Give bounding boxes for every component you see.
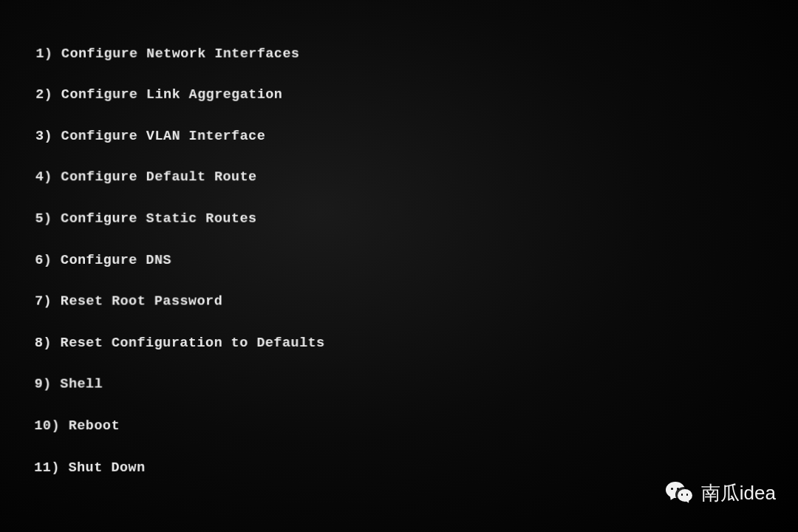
menu-item: 9) Shell [35, 378, 718, 392]
watermark-text: 南瓜idea [701, 480, 776, 506]
menu-item: 3) Configure VLAN Interface [35, 130, 717, 144]
watermark: 南瓜idea [666, 479, 776, 507]
wechat-icon [666, 479, 694, 507]
menu-item: 5) Configure Static Routes [35, 213, 717, 227]
menu-item: 10) Reboot [34, 420, 717, 434]
menu-item: 7) Reset Root Password [35, 296, 717, 310]
blank-line [34, 503, 718, 516]
console-terminal[interactable]: 1) Configure Network Interfaces 2) Confi… [30, 20, 722, 532]
menu-item: 6) Configure DNS [35, 254, 717, 268]
menu-item: 8) Reset Configuration to Defaults [35, 337, 717, 351]
menu-item: 2) Configure Link Aggregation [35, 89, 717, 103]
menu-item: 1) Configure Network Interfaces [35, 48, 716, 62]
menu-item: 4) Configure Default Route [35, 171, 717, 185]
menu-item: 11) Shut Down [34, 461, 718, 475]
